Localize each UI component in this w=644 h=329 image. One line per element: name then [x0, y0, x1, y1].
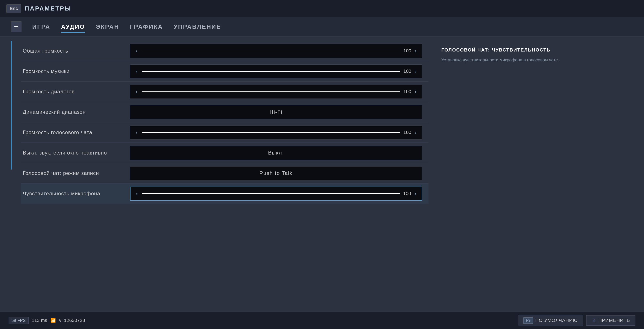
dropdown-value: Hi-Fi — [270, 109, 283, 115]
control-mute-inactive[interactable]: Выкл. — [130, 146, 422, 160]
slider-track — [142, 193, 400, 194]
dropdown-value: Выкл. — [268, 150, 284, 156]
setting-row-mute-inactive: Выкл. звук, если окно неактивно Выкл. — [20, 143, 428, 163]
setting-row-dynamic-range: Динамический диапазон Hi-Fi — [20, 102, 428, 122]
setting-row-voice-chat-volume: Громкость голосового чата ‹ 100 › — [20, 122, 428, 143]
slider-value: 100 — [403, 68, 411, 74]
setting-row-master-volume: Общая громкость ‹ 100 › — [20, 41, 428, 61]
dropdown-value: Push to Talk — [260, 170, 292, 176]
label-music-volume: Громкость музыки — [23, 68, 130, 74]
control-master-volume[interactable]: ‹ 100 › — [130, 44, 422, 58]
slider-track — [142, 132, 400, 133]
slider-right-arrow[interactable]: › — [411, 68, 420, 75]
fps-counter: 59 FPS 113 ms 📶 v: 12630728 — [8, 317, 85, 324]
esc-button[interactable]: Esc — [6, 4, 21, 13]
bottom-buttons: F9 ПО УМОЛЧАНИЮ 🖥 ПРИМЕНИТЬ — [518, 315, 636, 326]
signal-icon: 📶 — [50, 318, 56, 323]
dropdown-mute-inactive[interactable]: Выкл. — [130, 146, 422, 160]
setting-row-music-volume: Громкость музыки ‹ 100 › — [20, 61, 428, 82]
fps-badge: 59 FPS — [8, 317, 28, 324]
label-master-volume: Общая громкость — [23, 48, 130, 54]
label-voice-chat-volume: Громкость голосового чата — [23, 130, 130, 136]
slider-right-arrow[interactable]: › — [411, 129, 420, 136]
setting-row-mic-sensitivity: Чувствительность микрофона ‹ 100 › — [20, 184, 428, 204]
slider-value: 100 — [403, 130, 411, 135]
slider-track — [142, 71, 400, 72]
slider-right-arrow[interactable]: › — [411, 48, 420, 54]
slider-value: 100 — [403, 48, 411, 54]
bottom-bar: 59 FPS 113 ms 📶 v: 12630728 F9 ПО УМОЛЧА… — [0, 312, 644, 329]
main-content: Общая громкость ‹ 100 › Громкость музыки… — [11, 36, 644, 312]
control-music-volume[interactable]: ‹ 100 › — [130, 64, 422, 78]
description-text: Установка чувствительности микрофона в г… — [441, 57, 640, 63]
default-label: ПО УМОЛЧАНИЮ — [535, 318, 578, 323]
slider-track — [142, 51, 400, 51]
setting-row-dialog-volume: Громкость диалогов ‹ 100 › — [20, 82, 428, 102]
slider-left-arrow[interactable]: ‹ — [132, 88, 141, 95]
header-title: ПАРАМЕТРЫ — [25, 5, 72, 12]
sidebar-accent-line — [11, 41, 12, 170]
tab-screen[interactable]: ЭКРАН — [92, 21, 124, 32]
control-voice-chat-mode[interactable]: Push to Talk — [130, 166, 422, 180]
control-mic-sensitivity[interactable]: ‹ 100 › — [130, 187, 422, 201]
ms-value: 113 ms — [32, 318, 47, 323]
label-mute-inactive: Выкл. звук, если окно неактивно — [23, 150, 130, 156]
tab-controls[interactable]: УПРАВЛЕНИЕ — [169, 21, 226, 32]
settings-list: Общая громкость ‹ 100 › Громкость музыки… — [20, 36, 428, 312]
slider-dialog-volume[interactable]: ‹ 100 › — [130, 85, 422, 98]
setting-row-voice-chat-mode: Голосовой чат: режим записи Push to Talk — [20, 163, 428, 184]
default-key-badge: F9 — [523, 318, 533, 324]
slider-mic-sensitivity[interactable]: ‹ 100 › — [130, 187, 422, 200]
slider-voice-chat-volume[interactable]: ‹ 100 › — [130, 126, 422, 139]
control-voice-chat-volume[interactable]: ‹ 100 › — [130, 126, 422, 140]
slider-right-arrow[interactable]: › — [411, 190, 420, 197]
slider-value: 100 — [403, 191, 411, 196]
dropdown-dynamic-range[interactable]: Hi-Fi — [130, 105, 422, 119]
description-panel: ГОЛОСОВОЙ ЧАТ: ЧУВСТВИТЕЛЬНОСТЬ Установк… — [437, 36, 644, 312]
slider-left-arrow[interactable]: ‹ — [132, 68, 141, 75]
slider-right-arrow[interactable]: › — [411, 88, 420, 95]
default-button[interactable]: F9 ПО УМОЛЧАНИЮ — [518, 315, 583, 326]
version-label: v: 12630728 — [59, 318, 85, 323]
apply-button[interactable]: 🖥 ПРИМЕНИТЬ — [586, 315, 636, 326]
tab-graphics[interactable]: ГРАФИКА — [126, 21, 167, 32]
label-mic-sensitivity: Чувствительность микрофона — [23, 190, 130, 196]
nav-tabs: ☰ ИГРА АУДИО ЭКРАН ГРАФИКА УПРАВЛЕНИЕ — [0, 17, 644, 36]
slider-value: 100 — [403, 89, 411, 94]
header-bar: Esc ПАРАМЕТРЫ — [0, 0, 644, 17]
slider-track — [142, 92, 400, 92]
label-voice-chat-mode: Голосовой чат: режим записи — [23, 170, 130, 176]
tab-audio[interactable]: АУДИО — [57, 21, 89, 32]
label-dynamic-range: Динамический диапазон — [23, 109, 130, 115]
tab-game[interactable]: ИГРА — [28, 21, 54, 32]
slider-left-arrow[interactable]: ‹ — [133, 190, 141, 197]
slider-left-arrow[interactable]: ‹ — [132, 129, 141, 136]
apply-icon: 🖥 — [592, 318, 596, 323]
slider-music-volume[interactable]: ‹ 100 › — [130, 64, 422, 78]
apply-label: ПРИМЕНИТЬ — [598, 318, 630, 323]
control-dynamic-range[interactable]: Hi-Fi — [130, 105, 422, 119]
label-dialog-volume: Громкость диалогов — [23, 89, 130, 95]
slider-master-volume[interactable]: ‹ 100 › — [130, 44, 422, 58]
description-title: ГОЛОСОВОЙ ЧАТ: ЧУВСТВИТЕЛЬНОСТЬ — [441, 47, 640, 53]
control-dialog-volume[interactable]: ‹ 100 › — [130, 85, 422, 99]
slider-left-arrow[interactable]: ‹ — [132, 48, 141, 54]
settings-icon: ☰ — [11, 22, 22, 32]
dropdown-voice-chat-mode[interactable]: Push to Talk — [130, 166, 422, 180]
